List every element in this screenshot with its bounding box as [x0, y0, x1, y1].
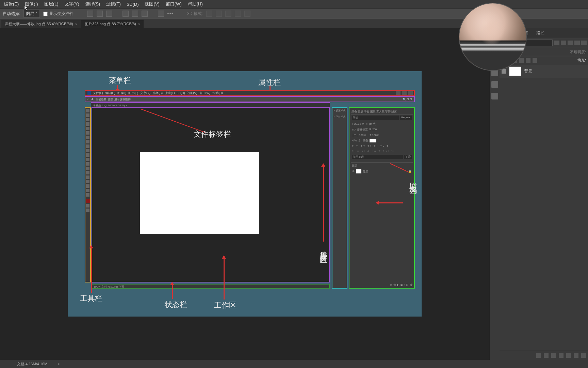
label-toolbox: 工具栏 — [80, 293, 102, 304]
opacity-label: 不透明度: — [570, 49, 586, 55]
presenter-webcam — [459, 3, 527, 71]
close-icon[interactable]: × — [75, 22, 77, 26]
menu-type[interactable]: 文字(Y) — [62, 1, 82, 7]
label-menubar: 菜单栏 — [109, 75, 131, 86]
arrow-icon — [91, 248, 92, 293]
align-hcenter-icon[interactable] — [97, 11, 103, 17]
lock-all-icon[interactable] — [533, 58, 537, 63]
status-bar: 文档:4.16M/4.16M > — [0, 360, 588, 368]
document-tab[interactable]: 图片323.png @ 88.7%(RGB/8) × — [81, 20, 144, 28]
lock-position-icon[interactable] — [519, 58, 524, 63]
tutorial-toolbox — [85, 107, 91, 282]
3d-slide-icon[interactable] — [235, 11, 241, 17]
menu-edit[interactable]: 编辑(E) — [1, 1, 21, 7]
arrow-icon — [117, 85, 118, 89]
arrow-icon — [379, 202, 403, 203]
right-panel-area: 图层 通道 路径 正常 不透明度: 锁定: — [489, 28, 588, 360]
tutorial-image: 菜单栏 属性栏 文件(F)编辑(E)图像(I)图层(L)文字(Y)选择(S)滤镜… — [68, 71, 422, 317]
layer-thumbnail[interactable] — [509, 66, 521, 76]
align-top-icon[interactable] — [122, 11, 129, 17]
label-workarea: 工作区 — [214, 300, 236, 310]
menu-select[interactable]: 选择(S) — [83, 1, 103, 7]
panel-dock[interactable] — [489, 28, 500, 360]
3d-mode-label: 3D 模式: — [187, 11, 203, 17]
arrow-icon — [323, 167, 324, 242]
visibility-icon[interactable] — [502, 69, 506, 74]
tab-paths[interactable]: 路径 — [532, 28, 549, 38]
tutorial-statusbar: 100% 文档:782.0KB 字节 — [91, 284, 330, 289]
close-icon[interactable]: × — [138, 22, 140, 26]
delete-layer-icon[interactable] — [581, 353, 586, 358]
align-right-icon[interactable] — [106, 11, 112, 17]
new-fill-icon[interactable] — [559, 353, 564, 358]
ps-logo-icon — [87, 91, 91, 95]
label-dockarea: 窗口泊坞区 — [408, 176, 418, 183]
filter-adjust-icon[interactable] — [561, 41, 566, 45]
tab-label: 课程大纲——修改.jpg @ 35.4%(RGB/8#) — [5, 21, 73, 27]
minimize-icon — [396, 91, 401, 95]
menu-filter[interactable]: 滤镜(T) — [103, 1, 124, 7]
properties-icon[interactable] — [491, 93, 498, 99]
tutorial-extpanel: ▸ 设置样式 ▸ 字符样式 — [332, 107, 347, 289]
adjustments-icon[interactable] — [491, 81, 498, 88]
mouse-cursor — [24, 5, 29, 11]
align-vcenter-icon[interactable] — [132, 11, 138, 17]
tutorial-optbar: ⌂✥自动选择: 图层 显示变换控件 🔍 ⊡ ⊡ — [85, 96, 415, 102]
label-statusbar: 状态栏 — [165, 300, 187, 310]
3d-roll-icon[interactable] — [216, 11, 222, 17]
tutorial-menubar: 文件(F)编辑(E)图像(I)图层(L)文字(Y)选择(S)滤镜(T)3D(D)… — [85, 90, 415, 96]
close-icon — [408, 91, 413, 95]
tutorial-dockarea: 颜色 色板 渐变 图案 工具预 字符 段落 等线Regular T 28.22 … — [349, 107, 415, 289]
arrow-icon — [172, 285, 173, 299]
document-tab[interactable]: 课程大纲——修改.jpg @ 35.4%(RGB/8#) × — [1, 20, 81, 28]
fill-label: 填充: — [577, 58, 586, 63]
menu-3d[interactable]: 3D(D) — [124, 2, 142, 7]
lock-artboard-icon[interactable] — [526, 58, 530, 63]
filter-smart-icon[interactable] — [581, 41, 587, 45]
layer-name[interactable]: 背景 — [524, 68, 532, 74]
link-layers-icon[interactable] — [536, 353, 541, 358]
layer-mask-icon[interactable] — [551, 353, 556, 358]
tutorial-tabbar: 未标题-1 @ 100%(RGB/8) × — [91, 102, 330, 107]
doc-size-label: 文档:4.16M/4.16M — [17, 362, 47, 367]
label-extpanel: 扩展窗口区 — [318, 245, 329, 252]
menu-layer[interactable]: 图层(L) — [42, 1, 61, 7]
maximize-icon — [402, 91, 407, 95]
show-transform-checkbox[interactable]: 显示变换控件 — [43, 11, 74, 17]
canvas-area[interactable]: 菜单栏 属性栏 文件(F)编辑(E)图像(I)图层(L)文字(Y)选择(S)滤镜… — [0, 28, 489, 360]
3d-pan-icon[interactable] — [225, 11, 231, 17]
filter-shape-icon[interactable] — [574, 41, 580, 45]
status-arrow-icon[interactable]: > — [58, 362, 60, 366]
3d-zoom-icon[interactable] — [244, 11, 250, 17]
layer-fx-icon[interactable] — [544, 353, 549, 358]
distribute-icon[interactable] — [158, 11, 164, 17]
more-options-icon[interactable]: ••• — [167, 11, 174, 16]
tab-label: 图片323.png @ 88.7%(RGB/8) — [85, 21, 136, 27]
align-left-icon[interactable] — [87, 11, 93, 17]
menu-help[interactable]: 帮助(H) — [185, 1, 206, 7]
menu-view[interactable]: 视图(V) — [142, 1, 162, 7]
auto-select-label: 自动选择: — [3, 11, 20, 17]
layer-item[interactable]: 背景 — [500, 64, 588, 78]
menu-window[interactable]: 窗口(W) — [163, 1, 184, 7]
3d-orbit-icon[interactable] — [206, 11, 212, 17]
arrow-icon — [224, 259, 225, 300]
align-bottom-icon[interactable] — [142, 11, 148, 17]
filter-type-icon[interactable] — [568, 41, 573, 45]
filter-pixel-icon[interactable] — [554, 41, 559, 45]
new-layer-icon[interactable] — [574, 353, 578, 358]
color-swatch — [86, 199, 90, 203]
new-group-icon[interactable] — [566, 353, 571, 358]
tutorial-document — [140, 152, 259, 234]
